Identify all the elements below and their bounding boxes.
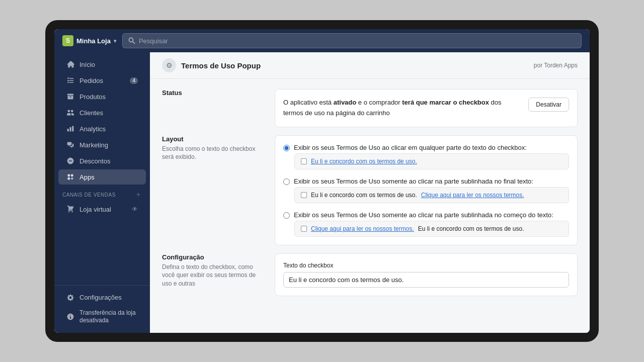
preview-checkbox-2 — [301, 192, 307, 198]
status-bold2: terá que marcar o checkbox — [402, 99, 489, 106]
layout-option-3-preview: Clique aqui para ler os nossos termos. E… — [294, 221, 569, 237]
sidebar-item-descontos[interactable]: Descontos — [58, 153, 146, 168]
layout-card: Exibir os seus Termos de Uso ao clicar e… — [275, 135, 578, 245]
products-icon — [66, 93, 74, 101]
main-layout: Início Pedidos 4 Produtos — [54, 52, 590, 333]
marketing-icon — [66, 141, 74, 149]
canais-section-label: CANAIS DE VENDAS ＋ — [54, 185, 150, 201]
search-placeholder: Pesquisar — [139, 37, 168, 45]
dropdown-icon: ▾ — [114, 38, 116, 44]
orders-icon — [66, 76, 74, 84]
device-frame: S Minha Loja ▾ Pesquisar Início — [45, 20, 599, 342]
layout-section-title: Layout — [162, 135, 263, 143]
gear-icon-circle: ⚙ — [162, 58, 176, 72]
layout-radio-option-1[interactable]: Exibir os seus Termos de Uso ao clicar e… — [283, 144, 569, 151]
sidebar-item-inicio[interactable]: Início — [58, 57, 146, 72]
sidebar-label-descontos: Descontos — [79, 157, 110, 165]
layout-radio-option-3[interactable]: Exibir os seus Termos de Uso somente ao … — [283, 211, 569, 219]
layout-option-2-label: Exibir os seus Termos de Uso somente ao … — [294, 177, 533, 185]
layout-label-col: Layout Escolha como o texto do checkbox … — [162, 135, 263, 162]
shopify-logo: S — [62, 35, 73, 46]
layout-option-3: Exibir os seus Termos de Uso somente ao … — [283, 211, 569, 237]
loja-virtual-eye-icon[interactable]: 👁 — [132, 206, 138, 213]
page-title: Termos de Uso Popup — [181, 61, 261, 70]
layout-option-2-preview-link[interactable]: Clique aqui para ler os nossos termos. — [421, 192, 524, 199]
layout-option-1: Exibir os seus Termos de Uso ao clicar e… — [283, 144, 569, 169]
gear-icon: ⚙ — [166, 61, 173, 69]
preview-checkbox-1 — [301, 158, 307, 164]
sidebar-label-loja-virtual: Loja virtual — [79, 206, 111, 213]
layout-option-1-preview: Eu li e concordo com os termos de uso. — [294, 153, 569, 169]
layout-option-2: Exibir os seus Termos de Uso somente ao … — [283, 177, 569, 203]
layout-radio-1-input[interactable] — [283, 145, 290, 151]
sidebar-item-analytics[interactable]: Analytics — [58, 121, 146, 136]
config-section-title: Configuração — [162, 253, 263, 261]
search-icon — [128, 37, 136, 45]
layout-radio-option-2[interactable]: Exibir os seus Termos de Uso somente ao … — [283, 177, 569, 185]
sidebar-item-configuracoes[interactable]: Configurações — [58, 290, 146, 305]
config-card: Texto do checkbox — [275, 253, 578, 296]
store-name-btn[interactable]: S Minha Loja ▾ — [62, 35, 116, 46]
page-content: Status O aplicativo está ativado e o com… — [150, 79, 590, 306]
content-area: ⚙ Termos de Uso Popup por Torden Apps St… — [150, 52, 590, 333]
layout-option-3-preview-text: Eu li e concordo com os termos de uso. — [418, 225, 524, 232]
layout-option-1-preview-text: Eu li e concordo com os termos de uso. — [311, 158, 417, 165]
store-name-label: Minha Loja — [76, 37, 111, 45]
sidebar-label-configuracoes: Configurações — [79, 294, 122, 301]
sidebar-label-analytics: Analytics — [79, 125, 106, 133]
sidebar-item-pedidos[interactable]: Pedidos 4 — [58, 73, 146, 88]
sidebar: Início Pedidos 4 Produtos — [54, 52, 150, 333]
sidebar-label-marketing: Marketing — [79, 141, 108, 149]
sidebar-item-clientes[interactable]: Clientes — [58, 105, 146, 120]
status-bold1: ativado — [334, 99, 357, 106]
store-icon — [66, 205, 74, 213]
sidebar-label-apps: Apps — [79, 173, 95, 181]
config-section-desc: Defina o texto do checkbox, como você qu… — [162, 263, 263, 288]
pedidos-badge: 4 — [130, 77, 138, 84]
config-field-input[interactable] — [283, 272, 569, 288]
sidebar-item-apps[interactable]: Apps — [58, 169, 146, 185]
sidebar-item-loja-virtual[interactable]: Loja virtual 👁 — [58, 202, 146, 217]
status-text: O aplicativo está ativado e o comprador … — [283, 98, 520, 119]
layout-radio-2-input[interactable] — [283, 178, 290, 185]
config-label-col: Configuração Defina o texto do checkbox,… — [162, 253, 263, 288]
apps-icon — [66, 173, 74, 181]
discounts-icon — [66, 157, 74, 165]
status-card: O aplicativo está ativado e o comprador … — [275, 89, 578, 127]
sidebar-label-inicio: Início — [79, 61, 95, 68]
layout-section-row: Layout Escolha como o texto do checkbox … — [162, 135, 578, 245]
sidebar-item-marketing[interactable]: Marketing — [58, 137, 146, 152]
layout-option-3-preview-link[interactable]: Clique aqui para ler os nossos termos. — [311, 225, 414, 232]
top-nav: S Minha Loja ▾ Pesquisar — [54, 29, 590, 52]
info-icon — [66, 313, 74, 321]
customers-icon — [66, 109, 74, 117]
status-label-col: Status — [162, 89, 263, 97]
add-canal-icon[interactable]: ＋ — [135, 190, 142, 199]
analytics-icon — [66, 125, 74, 133]
status-section-row: Status O aplicativo está ativado e o com… — [162, 89, 578, 127]
layout-radio-3-input[interactable] — [283, 212, 290, 219]
layout-option-2-preview: Eu li e concordo com os termos de uso. C… — [294, 187, 569, 203]
page-header: ⚙ Termos de Uso Popup por Torden Apps — [150, 52, 590, 79]
device-screen: S Minha Loja ▾ Pesquisar Início — [54, 29, 590, 333]
sidebar-item-produtos[interactable]: Produtos — [58, 89, 146, 104]
layout-option-3-label: Exibir os seus Termos de Uso somente ao … — [294, 211, 553, 219]
status-section-title: Status — [162, 89, 263, 97]
sidebar-item-transferencia[interactable]: Transferência da loja desativada — [58, 306, 146, 328]
deactivate-button[interactable]: Desativar — [528, 98, 569, 112]
preview-checkbox-3 — [301, 226, 307, 232]
layout-option-2-preview-text: Eu li e concordo com os termos de uso. — [311, 192, 417, 199]
search-bar[interactable]: Pesquisar — [122, 33, 582, 48]
sidebar-label-produtos: Produtos — [79, 93, 106, 101]
by-label: por Torden Apps — [534, 62, 578, 69]
layout-section-desc: Escolha como o texto do checkbox será ex… — [162, 145, 263, 162]
config-section-row: Configuração Defina o texto do checkbox,… — [162, 253, 578, 296]
sidebar-label-pedidos: Pedidos — [79, 77, 103, 84]
sidebar-label-clientes: Clientes — [79, 109, 103, 117]
status-text-part2: e o comprador — [356, 99, 402, 106]
config-field-label: Texto do checkbox — [283, 262, 569, 269]
page-title-row: ⚙ Termos de Uso Popup — [162, 58, 261, 72]
layout-option-1-label: Exibir os seus Termos de Uso ao clicar e… — [294, 144, 527, 151]
sidebar-label-transferencia: Transferência da loja desativada — [79, 309, 136, 325]
status-card-inner: O aplicativo está ativado e o comprador … — [283, 98, 569, 119]
